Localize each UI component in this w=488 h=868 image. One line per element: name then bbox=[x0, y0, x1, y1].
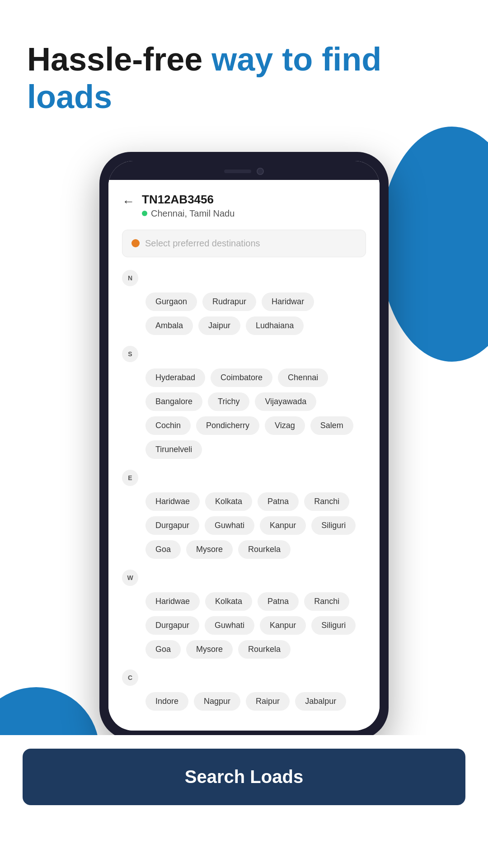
direction-icon-north: N bbox=[122, 270, 138, 286]
headline-black: Hassle-free bbox=[27, 41, 211, 77]
vehicle-location: Chennai, Tamil Nadu bbox=[142, 208, 235, 219]
tag-kolkata[interactable]: Kolkata bbox=[205, 492, 252, 511]
search-placeholder-text: Select preferred destinations bbox=[145, 238, 260, 249]
tag-goa[interactable]: Goa bbox=[145, 640, 181, 659]
tag-salem[interactable]: Salem bbox=[310, 416, 353, 435]
direction-section-south: SHyderabadCoimbatoreChennaiBangaloreTric… bbox=[122, 346, 366, 459]
direction-icon-south: S bbox=[122, 346, 138, 362]
direction-icon-central: C bbox=[122, 670, 138, 686]
online-indicator bbox=[142, 211, 147, 216]
direction-header-west: W bbox=[122, 570, 366, 586]
tag-kanpur[interactable]: Kanpur bbox=[260, 516, 306, 535]
tag-coimbatore[interactable]: Coimbatore bbox=[211, 368, 272, 387]
header-section: Hassle-free way to find loads bbox=[0, 0, 488, 134]
vehicle-info: TN12AB3456 Chennai, Tamil Nadu bbox=[142, 193, 235, 219]
tag-indore[interactable]: Indore bbox=[145, 692, 188, 711]
location-text: Chennai, Tamil Nadu bbox=[151, 208, 235, 219]
phone-content: ← TN12AB3456 Chennai, Tamil Nadu Select … bbox=[108, 180, 380, 731]
tag-tirunelveli[interactable]: Tirunelveli bbox=[145, 440, 202, 459]
direction-section-west: WHaridwaeKolkataPatnaRanchiDurgapurGuwha… bbox=[122, 570, 366, 659]
tags-container-north: GurgaonRudrapurHaridwarAmbalaJaipurLudha… bbox=[122, 292, 366, 335]
tag-pondicherry[interactable]: Pondicherry bbox=[196, 416, 259, 435]
tag-ranchi[interactable]: Ranchi bbox=[304, 492, 349, 511]
notch-camera bbox=[257, 168, 264, 175]
tag-patna[interactable]: Patna bbox=[258, 592, 299, 611]
direction-header-north: N bbox=[122, 270, 366, 286]
tag-durgapur[interactable]: Durgapur bbox=[145, 516, 199, 535]
destination-search-input[interactable]: Select preferred destinations bbox=[122, 230, 366, 257]
tag-siliguri[interactable]: Siliguri bbox=[311, 616, 356, 635]
direction-icon-west: W bbox=[122, 570, 138, 586]
tag-gurgaon[interactable]: Gurgaon bbox=[145, 292, 197, 311]
tag-vizag[interactable]: Vizag bbox=[265, 416, 305, 435]
app-header: ← TN12AB3456 Chennai, Tamil Nadu bbox=[122, 193, 366, 219]
tag-haridwae[interactable]: Haridwae bbox=[145, 492, 200, 511]
tag-rudrapur[interactable]: Rudrapur bbox=[202, 292, 256, 311]
tag-ranchi[interactable]: Ranchi bbox=[304, 592, 349, 611]
direction-header-south: S bbox=[122, 346, 366, 362]
tag-mysore[interactable]: Mysore bbox=[186, 640, 233, 659]
tag-guwhati[interactable]: Guwhati bbox=[205, 616, 254, 635]
notch-speaker bbox=[224, 170, 251, 173]
direction-header-east: E bbox=[122, 470, 366, 486]
phone-inner: ← TN12AB3456 Chennai, Tamil Nadu Select … bbox=[108, 161, 380, 731]
tag-cochin[interactable]: Cochin bbox=[145, 416, 191, 435]
phone-mockup: ← TN12AB3456 Chennai, Tamil Nadu Select … bbox=[0, 152, 488, 740]
direction-section-north: NGurgaonRudrapurHaridwarAmbalaJaipurLudh… bbox=[122, 270, 366, 335]
direction-section-central: CIndoreNagpurRaipurJabalpur bbox=[122, 670, 366, 711]
tag-goa[interactable]: Goa bbox=[145, 540, 181, 559]
direction-sections: NGurgaonRudrapurHaridwarAmbalaJaipurLudh… bbox=[122, 270, 366, 711]
tag-kolkata[interactable]: Kolkata bbox=[205, 592, 252, 611]
tag-siliguri[interactable]: Siliguri bbox=[311, 516, 356, 535]
direction-header-central: C bbox=[122, 670, 366, 686]
tag-guwhati[interactable]: Guwhati bbox=[205, 516, 254, 535]
tag-raipur[interactable]: Raipur bbox=[246, 692, 290, 711]
bottom-section: Search Loads bbox=[0, 735, 488, 823]
direction-icon-east: E bbox=[122, 470, 138, 486]
tag-hyderabad[interactable]: Hyderabad bbox=[145, 368, 205, 387]
notch-cutout bbox=[203, 164, 285, 179]
tag-jabalpur[interactable]: Jabalpur bbox=[295, 692, 346, 711]
tags-container-west: HaridwaeKolkataPatnaRanchiDurgapurGuwhat… bbox=[122, 592, 366, 659]
tags-container-south: HyderabadCoimbatoreChennaiBangaloreTrich… bbox=[122, 368, 366, 459]
tag-haridwae[interactable]: Haridwae bbox=[145, 592, 200, 611]
tag-ambala[interactable]: Ambala bbox=[145, 316, 193, 335]
phone-notch bbox=[108, 161, 380, 180]
tag-chennai[interactable]: Chennai bbox=[278, 368, 328, 387]
tag-patna[interactable]: Patna bbox=[258, 492, 299, 511]
tag-kanpur[interactable]: Kanpur bbox=[260, 616, 306, 635]
tag-rourkela[interactable]: Rourkela bbox=[238, 640, 291, 659]
search-button-container: Search Loads bbox=[0, 735, 488, 823]
tag-trichy[interactable]: Trichy bbox=[208, 392, 249, 411]
tag-rourkela[interactable]: Rourkela bbox=[238, 540, 291, 559]
direction-section-east: EHaridwaeKolkataPatnaRanchiDurgapurGuwha… bbox=[122, 470, 366, 559]
phone-frame: ← TN12AB3456 Chennai, Tamil Nadu Select … bbox=[99, 152, 389, 740]
back-button[interactable]: ← bbox=[122, 194, 135, 209]
tag-jaipur[interactable]: Jaipur bbox=[198, 316, 240, 335]
tag-mysore[interactable]: Mysore bbox=[186, 540, 233, 559]
search-loads-button[interactable]: Search Loads bbox=[23, 749, 465, 805]
tag-ludhaiana[interactable]: Ludhaiana bbox=[246, 316, 304, 335]
tag-vijayawada[interactable]: Vijayawada bbox=[255, 392, 316, 411]
tags-container-central: IndoreNagpurRaipurJabalpur bbox=[122, 692, 366, 711]
tag-bangalore[interactable]: Bangalore bbox=[145, 392, 202, 411]
tags-container-east: HaridwaeKolkataPatnaRanchiDurgapurGuwhat… bbox=[122, 492, 366, 559]
pin-icon bbox=[131, 239, 140, 247]
tag-haridwar[interactable]: Haridwar bbox=[262, 292, 314, 311]
headline: Hassle-free way to find loads bbox=[27, 41, 461, 116]
tag-nagpur[interactable]: Nagpur bbox=[194, 692, 240, 711]
vehicle-plate: TN12AB3456 bbox=[142, 193, 235, 207]
tag-durgapur[interactable]: Durgapur bbox=[145, 616, 199, 635]
